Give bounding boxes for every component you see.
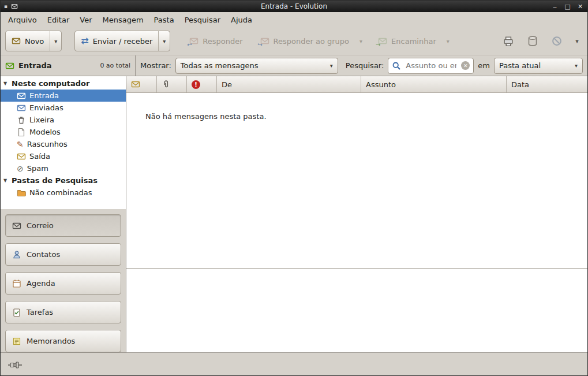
menu-arquivo[interactable]: Arquivo [3, 13, 42, 27]
new-dropdown-arrow[interactable]: ▾ [50, 31, 61, 51]
tree-group-local[interactable]: ▼ Neste computador [1, 77, 126, 90]
reply-group-dropdown-arrow[interactable]: ▾ [355, 31, 366, 51]
column-priority[interactable]: ! [187, 76, 217, 92]
menubar: Arquivo Editar Ver Mensagem Pasta Pesqui… [1, 12, 587, 27]
empty-folder-message: Não há mensagens nesta pasta. [126, 93, 587, 121]
switcher-contatos[interactable]: Contatos [5, 243, 121, 266]
memos-icon [12, 337, 21, 346]
folder-nao-combinadas[interactable]: Não combinadas [1, 187, 126, 199]
new-button-label: Novo [25, 37, 44, 46]
message-status-icon [131, 80, 140, 89]
app-mail-icon [11, 3, 18, 10]
folder-lixeira[interactable]: Lixeira [1, 114, 126, 126]
body: ▼ Neste computador Entrada Enviadas Lixe… [1, 76, 587, 352]
menu-pesquisar[interactable]: Pesquisar [179, 13, 226, 27]
junk-ban-icon [551, 35, 563, 47]
forward-button[interactable]: → Encaminhar ▾ [372, 31, 454, 51]
templates-icon [17, 128, 26, 137]
new-button[interactable]: Novo ▾ [5, 31, 62, 51]
reply-button[interactable]: ↩ Responder [183, 31, 249, 51]
forward-dropdown-arrow[interactable]: ▾ [442, 31, 454, 51]
switcher-memorandos[interactable]: Memorandos [5, 330, 121, 352]
column-subject[interactable]: Assunto [361, 76, 507, 92]
send-receive-label: Enviar / receber [93, 37, 153, 46]
switcher-label: Memorandos [27, 337, 75, 345]
send-receive-icon: ⇄ [81, 36, 88, 46]
search-input[interactable] [405, 61, 458, 70]
view-switcher: Correio Contatos Agenda Tarefas Memorand… [1, 209, 126, 352]
outbox-icon [17, 152, 26, 161]
switcher-tarefas[interactable]: Tarefas [5, 301, 121, 323]
drafts-pencil-icon: ✎ [17, 140, 24, 148]
reply-group-arrow-icon: ↪ [258, 42, 263, 48]
folder-label: Modelos [29, 128, 61, 136]
column-attachment[interactable] [157, 76, 187, 92]
reply-group-icon: ↪ [260, 36, 269, 46]
delete-button[interactable] [523, 31, 542, 51]
trash-cylinder-icon [527, 35, 538, 47]
expander-icon[interactable]: ▼ [3, 81, 9, 86]
folder-rascunhos[interactable]: ✎ Rascunhos [1, 138, 126, 150]
junk-button[interactable] [547, 31, 567, 51]
mail-icon [12, 221, 21, 230]
close-button[interactable]: ✕ [576, 3, 584, 10]
current-folder-name: Entrada [18, 61, 52, 70]
send-receive-dropdown-arrow[interactable]: ▾ [158, 31, 170, 51]
switcher-agenda[interactable]: Agenda [5, 272, 121, 295]
folder-label: Lixeira [29, 116, 54, 124]
chevron-down-icon: ▾ [330, 62, 333, 69]
switcher-correio[interactable]: Correio [5, 214, 121, 237]
folder-saida[interactable]: Saída [1, 150, 126, 162]
new-button-main[interactable]: Novo [6, 31, 50, 51]
inbox-icon [5, 61, 14, 70]
search-scope-value: Pasta atual [499, 61, 541, 70]
folder-label: Rascunhos [27, 140, 68, 148]
window-title: Entrada - Evolution [73, 2, 515, 10]
reply-button-label: Responder [203, 37, 242, 46]
switcher-label: Correio [27, 221, 54, 230]
folder-spam[interactable]: ⊘ Spam [1, 162, 126, 174]
send-receive-button[interactable]: ⇄ Enviar / receber ▾ [74, 31, 170, 51]
menu-ajuda[interactable]: Ajuda [226, 13, 257, 27]
search-in-label: em [478, 61, 490, 70]
folder-message-count: 0 ao total [100, 62, 130, 69]
tasks-icon [12, 308, 21, 317]
menu-mensagem[interactable]: Mensagem [98, 13, 149, 27]
send-receive-main[interactable]: ⇄ Enviar / receber [75, 31, 158, 51]
folder-entrada[interactable]: Entrada [1, 90, 126, 102]
folder-label: Enviadas [29, 103, 63, 112]
folder-enviadas[interactable]: Enviadas [1, 102, 126, 114]
menu-pasta[interactable]: Pasta [149, 13, 179, 27]
sidebar: ▼ Neste computador Entrada Enviadas Lixe… [1, 76, 126, 352]
contacts-icon [12, 250, 21, 259]
folder-label: Spam [27, 164, 48, 173]
reply-group-button[interactable]: ↪ Responder ao grupo ▾ [254, 31, 368, 51]
message-list-header: ! De Assunto Data [126, 76, 587, 93]
menu-editar[interactable]: Editar [42, 13, 75, 27]
tree-group-search[interactable]: ▼ Pastas de Pesquisas [1, 174, 126, 187]
column-from[interactable]: De [217, 76, 361, 92]
folder-tree: ▼ Neste computador Entrada Enviadas Lixe… [1, 76, 126, 209]
folder-modelos[interactable]: Modelos [1, 126, 126, 138]
expander-icon[interactable]: ▼ [3, 178, 9, 183]
column-status[interactable] [126, 76, 157, 92]
search-clear-icon[interactable]: ✕ [461, 61, 470, 70]
toolbar-overflow-button[interactable]: ▾ [571, 31, 583, 51]
print-button[interactable] [499, 31, 518, 51]
sent-icon [17, 103, 26, 113]
show-filter-combo[interactable]: Todas as mensagens ▾ [175, 58, 338, 74]
spam-icon: ⊘ [17, 165, 24, 173]
reply-icon: ↩ [189, 36, 199, 46]
topbar: Entrada 0 ao total Mostrar: Todas as men… [1, 55, 587, 76]
column-date[interactable]: Data [507, 76, 587, 92]
show-filter-value: Todas as mensagens [181, 61, 259, 70]
maximize-button[interactable]: □ [564, 3, 571, 10]
window-menu-icon[interactable]: ▪ [4, 3, 8, 9]
menu-ver[interactable]: Ver [74, 13, 97, 27]
new-mail-icon [12, 36, 21, 46]
online-status-plug-icon[interactable] [8, 361, 23, 369]
folder-label: Não combinadas [29, 188, 92, 197]
search-box[interactable]: ✕ [388, 58, 474, 74]
search-scope-combo[interactable]: Pasta atual ▾ [494, 58, 583, 74]
minimize-button[interactable]: ‒ [551, 3, 559, 10]
